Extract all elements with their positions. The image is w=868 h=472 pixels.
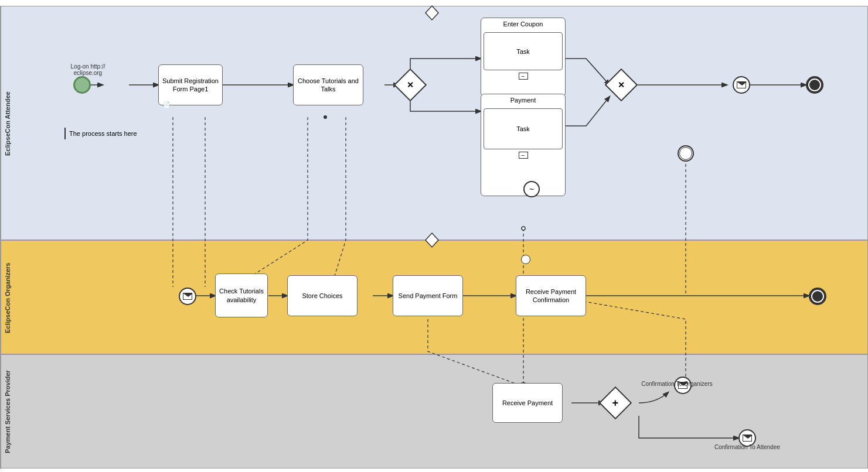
receive-payment-confirm-task[interactable]: Receive Payment Confirmation	[516, 275, 586, 316]
boundary-circle	[521, 255, 530, 264]
document-icon: 📄	[163, 101, 170, 108]
end-event-top	[806, 76, 823, 94]
confirmation-attendee-label: Confirmation To Attendee	[703, 444, 791, 450]
send-payment-form-task[interactable]: Send Payment Form	[393, 275, 463, 316]
organizer-message-icon	[183, 293, 192, 300]
enter-coupon-subprocess[interactable]: Enter Coupon Task −	[481, 18, 566, 97]
store-choices-task[interactable]: Store Choices	[287, 275, 358, 316]
message-send-event	[733, 76, 750, 94]
bpmn-diagram: EclipseCon Attendee EclipseCon Organizer…	[0, 0, 868, 472]
lane-attendee: EclipseCon Attendee	[0, 6, 868, 240]
confirmation-organizers-label: Confirmation To Organizers	[639, 381, 715, 387]
gateway-x2: ✕	[610, 73, 633, 97]
logon-label: Log-on http:// eclipse.org	[64, 63, 111, 76]
lane-attendee-label: EclipseCon Attendee	[1, 6, 13, 241]
conf-att-message-icon	[743, 435, 752, 442]
gateway-plus: +	[604, 391, 627, 415]
lane-organizers-label: EclipseCon Organizers	[1, 241, 13, 355]
start-event	[73, 76, 91, 94]
process-starts-annotation: The process starts here	[64, 128, 149, 139]
payment-subprocess[interactable]: Payment Task − ~	[481, 94, 566, 196]
gateway-x1: ✕	[399, 73, 422, 97]
check-tutorials-task[interactable]: Check Tutorials availability	[215, 273, 268, 317]
submit-registration-task[interactable]: Submit Registration Form Page1	[158, 64, 223, 105]
subprocess-marker-coupon: −	[519, 73, 528, 80]
message-icon	[737, 81, 746, 88]
receive-payment-task[interactable]: Receive Payment	[492, 383, 563, 423]
lane-payment: Payment Services Provider	[0, 354, 868, 468]
subprocess-marker-payment: −	[519, 152, 528, 159]
tilde-event: ~	[523, 181, 540, 197]
intermediate-circle-attendee	[678, 145, 694, 162]
end-event-organizer	[809, 288, 826, 305]
organizer-message-event	[179, 288, 196, 305]
choose-tutorials-task[interactable]: Choose Tutorials and Talks	[293, 64, 363, 105]
lane-payment-label: Payment Services Provider	[1, 355, 13, 469]
